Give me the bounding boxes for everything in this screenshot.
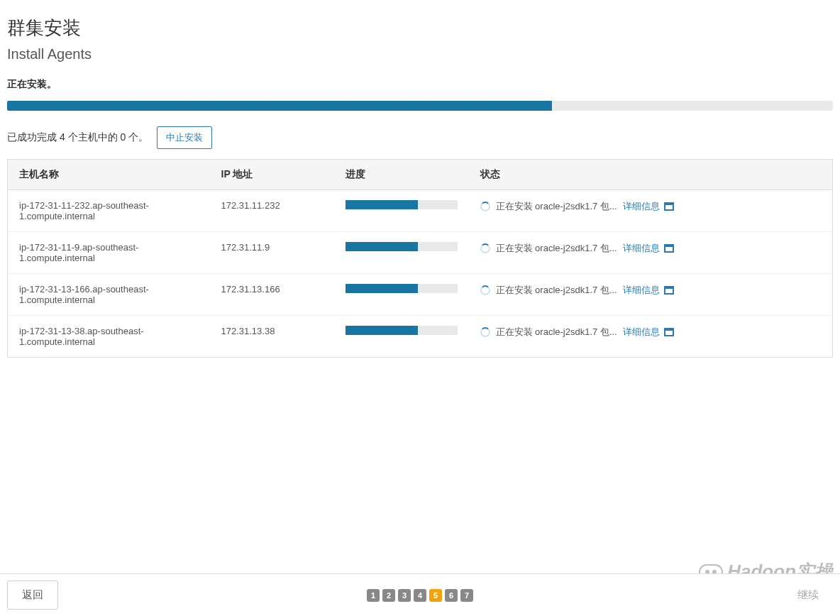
row-progress-bar: [346, 242, 458, 251]
details-link[interactable]: 详细信息: [623, 242, 674, 255]
status-text: 正在安装 oracle-j2sdk1.7 包...: [496, 326, 617, 339]
status-cell: 正在安装 oracle-j2sdk1.7 包...详细信息: [469, 232, 833, 274]
spinner-icon: [480, 202, 490, 211]
row-progress-fill: [346, 326, 419, 335]
details-link[interactable]: 详细信息: [623, 200, 674, 213]
col-header-host: 主机名称: [8, 160, 210, 190]
table-row: ip-172-31-13-166.ap-southeast-1.compute.…: [8, 274, 833, 316]
page-title: 群集安装: [7, 16, 833, 40]
table-row: ip-172-31-11-9.ap-southeast-1.compute.in…: [8, 232, 833, 274]
col-header-status: 状态: [469, 160, 833, 190]
row-progress-fill: [346, 284, 419, 293]
wizard-step-3[interactable]: 3: [398, 589, 411, 602]
host-name-cell: ip-172-31-13-166.ap-southeast-1.compute.…: [8, 274, 210, 316]
wizard-step-4[interactable]: 4: [414, 589, 426, 602]
table-row: ip-172-31-13-38.ap-southeast-1.compute.i…: [8, 316, 833, 358]
progress-cell: [334, 190, 469, 232]
wizard-step-7[interactable]: 7: [460, 589, 473, 602]
host-name-cell: ip-172-31-13-38.ap-southeast-1.compute.i…: [8, 316, 210, 358]
status-text: 正在安装 oracle-j2sdk1.7 包...: [496, 242, 617, 255]
overall-progress-bar: [7, 101, 833, 111]
back-button[interactable]: 返回: [7, 581, 58, 610]
popup-icon: [664, 328, 674, 336]
wizard-step-5[interactable]: 5: [429, 589, 442, 602]
details-link-label: 详细信息: [623, 284, 660, 297]
ip-cell: 172.31.11.232: [210, 190, 334, 232]
summary-text: 已成功完成 4 个主机中的 0 个。: [7, 131, 148, 144]
host-name-cell: ip-172-31-11-9.ap-southeast-1.compute.in…: [8, 232, 210, 274]
details-link-label: 详细信息: [623, 326, 660, 339]
col-header-progress: 进度: [334, 160, 469, 190]
ip-cell: 172.31.13.166: [210, 274, 334, 316]
status-text: 正在安装 oracle-j2sdk1.7 包...: [496, 200, 617, 213]
details-link-label: 详细信息: [623, 200, 660, 213]
wizard-step-1[interactable]: 1: [367, 589, 380, 602]
page-subtitle: Install Agents: [7, 46, 833, 62]
popup-icon: [664, 244, 674, 253]
step-pager: 1234567: [367, 589, 473, 602]
row-progress-bar: [346, 200, 458, 209]
table-row: ip-172-31-11-232.ap-southeast-1.compute.…: [8, 190, 833, 232]
row-progress-bar: [346, 284, 458, 293]
host-name-cell: ip-172-31-11-232.ap-southeast-1.compute.…: [8, 190, 210, 232]
progress-cell: [334, 232, 469, 274]
spinner-icon: [480, 327, 490, 337]
wizard-step-2[interactable]: 2: [382, 589, 395, 602]
overall-progress-fill: [7, 101, 552, 111]
abort-install-button[interactable]: 中止安装: [157, 126, 212, 149]
hosts-table: 主机名称 IP 地址 进度 状态 ip-172-31-11-232.ap-sou…: [7, 159, 833, 358]
progress-cell: [334, 316, 469, 358]
details-link[interactable]: 详细信息: [623, 326, 674, 339]
row-progress-bar: [346, 326, 458, 335]
popup-icon: [664, 286, 674, 295]
progress-cell: [334, 274, 469, 316]
wizard-step-6[interactable]: 6: [445, 589, 458, 602]
row-progress-fill: [346, 242, 419, 251]
installing-label: 正在安装。: [7, 78, 833, 91]
spinner-icon: [480, 243, 490, 253]
wizard-footer: 返回 1234567 继续: [0, 573, 840, 616]
ip-cell: 172.31.11.9: [210, 232, 334, 274]
details-link-label: 详细信息: [623, 242, 660, 255]
details-link[interactable]: 详细信息: [623, 284, 674, 297]
status-cell: 正在安装 oracle-j2sdk1.7 包...详细信息: [469, 190, 833, 232]
status-text: 正在安装 oracle-j2sdk1.7 包...: [496, 284, 617, 297]
ip-cell: 172.31.13.38: [210, 316, 334, 358]
row-progress-fill: [346, 200, 419, 209]
status-cell: 正在安装 oracle-j2sdk1.7 包...详细信息: [469, 316, 833, 358]
col-header-ip: IP 地址: [210, 160, 334, 190]
popup-icon: [664, 202, 674, 211]
continue-button[interactable]: 继续: [783, 581, 833, 609]
status-cell: 正在安装 oracle-j2sdk1.7 包...详细信息: [469, 274, 833, 316]
spinner-icon: [480, 285, 490, 295]
